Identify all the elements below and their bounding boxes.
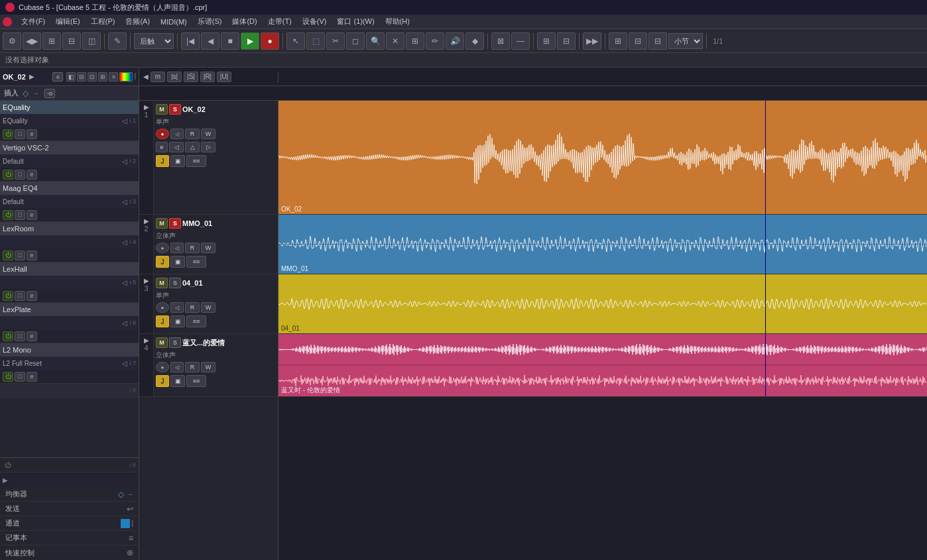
insert-slot-1-name-row[interactable]: EQuality [0,101,139,114]
track-2-rec-btn[interactable]: ● [156,243,169,253]
toolbar-snap[interactable]: ⊠ [491,32,510,50]
track-1-eq-up[interactable]: △ [185,142,200,152]
track-1-lanes-btn[interactable]: ≡≡ [186,155,206,167]
h-icon-2[interactable]: ⊟ [77,72,86,82]
ins5-e[interactable]: e [27,291,37,301]
ins4-e[interactable]: e [27,251,37,260]
track-4-m-btn[interactable]: M [156,337,168,348]
toolbar-timecode-btn[interactable]: ◫ [82,32,101,50]
toolbar-fast-fwd[interactable]: ▶▶ [583,32,601,50]
track-4-arrow[interactable]: ▶ [144,337,149,344]
menu-score[interactable]: 乐谱(S) [192,15,227,28]
ins1-power[interactable]: ⏻ [3,129,13,139]
ins3-arrow[interactable]: ◁ [122,198,127,205]
track-2-lanes-btn[interactable]: ≡≡ [186,256,206,268]
ins5-box[interactable]: □ [15,291,25,301]
track-2-mon-btn[interactable]: ◁ [170,243,184,253]
bottom-row-quick[interactable]: 快速控制 ⊕ [0,545,139,560]
track-1-arrow[interactable]: ▶ [144,103,149,111]
track-2-arrow[interactable]: ▶ [144,217,149,225]
toolbar-volume[interactable]: 🔊 [446,32,464,50]
track-2-content[interactable]: MMO_01 [278,215,927,274]
track-3-content[interactable]: 04_01 [278,274,927,333]
toolbar-range[interactable]: ⬚ [306,32,325,50]
track-3-mon-btn[interactable]: ◁ [170,302,184,313]
track-2-folder-btn[interactable]: ▣ [170,256,185,268]
ins5-arrow[interactable]: ◁ [122,279,127,286]
tlh-btn-3[interactable]: |S| [184,72,198,82]
toolbar-rewind-btn[interactable]: ◀▶ [23,32,41,50]
track-4-w-btn[interactable]: W [201,362,216,372]
insert-arrow-icon[interactable]: → [32,89,39,97]
track-4-folder-btn[interactable]: ▣ [170,375,185,387]
track-1-m-btn[interactable]: M [156,104,168,115]
ins7-box[interactable]: □ [15,372,25,382]
track-3-r-btn[interactable]: R [185,302,200,313]
ins4-box[interactable]: □ [15,251,25,260]
menu-project[interactable]: 工程(P) [86,15,121,28]
menu-file[interactable]: 文件(F) [16,15,50,28]
expander-row[interactable]: ▶ [0,473,139,487]
track-1-w-btn[interactable]: W [201,129,216,139]
insert-slot-6-name-row[interactable]: LexPlate [0,303,139,316]
ins7-e[interactable]: e [27,372,37,382]
ins2-power[interactable]: ⏻ [3,170,13,180]
toolbar-group2[interactable]: ⊞ [537,32,556,50]
insert-slot-8-name-row[interactable]: i 8 [0,384,139,397]
h-color-box[interactable] [119,72,133,82]
track-4-rec-btn[interactable]: ● [156,362,169,372]
track-3-j-btn[interactable]: J [156,315,169,327]
toolbar-erase[interactable]: ◻ [346,32,365,50]
toolbar-play[interactable]: ▶ [241,32,259,50]
track-1-s-btn[interactable]: S [169,104,181,115]
toolbar-glue[interactable]: ◆ [465,32,484,50]
ins1-arrow[interactable]: ◁ [122,117,127,125]
toolbar-select[interactable]: ↖ [286,32,305,50]
track-1-j-btn[interactable]: J [156,155,169,167]
toolbar-mute[interactable]: ✕ [386,32,404,50]
toolbar-draw[interactable]: ✏ [426,32,444,50]
menu-help[interactable]: 帮助(H) [380,15,415,28]
track-4-r-btn[interactable]: R [185,362,200,372]
track-1-r-btn[interactable]: R [185,129,200,139]
track-1-rec-btn[interactable]: ● [156,129,169,139]
tlh-btn-2[interactable]: |s| [167,72,182,82]
bottom-row-send[interactable]: 发送 ↩ [0,502,139,516]
h-icon-4[interactable]: ⊞ [98,72,107,82]
toolbar-split[interactable]: ✂ [326,32,345,50]
toolbar-prev[interactable]: ◀ [201,32,219,50]
ins6-box[interactable]: □ [15,331,25,341]
track-1-mon-btn[interactable]: ◁ [170,129,184,139]
ins6-arrow[interactable]: ◁ [122,319,127,327]
toolbar-stop[interactable]: ■ [221,32,239,50]
track-3-s-btn[interactable]: S [169,278,181,288]
track-1-eq-left[interactable]: ◁ [169,142,184,152]
track-3-arrow[interactable]: ▶ [144,277,149,284]
toolbar-link[interactable]: ⊟ [557,32,576,50]
tlh-btn-5[interactable]: |U| [217,72,231,82]
ins4-power[interactable]: ⏻ [3,251,13,260]
insert-slot-7-name-row[interactable]: L2 Mono [0,343,139,357]
h-icon-5[interactable]: ≡ [109,72,118,82]
track-4-j-btn[interactable]: J [156,375,169,387]
h-icon-1[interactable]: ◧ [66,72,76,82]
menu-audio[interactable]: 音频(A) [120,15,155,28]
toolbar-setup-btn[interactable]: ⚙ [3,32,21,50]
track-1-e-btn[interactable]: e [156,142,168,152]
insert-minus-btn[interactable]: -o [44,89,55,98]
ins1-e[interactable]: e [27,129,37,139]
menu-devices[interactable]: 设备(V) [297,15,332,28]
ins6-e[interactable]: e [27,331,37,341]
track-2-r-btn[interactable]: R [185,243,200,253]
track-2-m-btn[interactable]: M [156,218,168,229]
track-1-folder-btn[interactable]: ▣ [170,155,185,167]
ins2-box[interactable]: □ [15,170,25,180]
track-e-btn[interactable]: e [52,72,63,82]
ins7-arrow[interactable]: ◁ [122,360,127,367]
toolbar-grid[interactable]: ⊞ [609,32,627,50]
track-4-s-btn[interactable]: S [169,337,181,348]
track-3-rec-btn[interactable]: ● [156,302,169,313]
track-1-content[interactable]: OK_02 [278,101,927,214]
track-2-j-btn[interactable]: J [156,256,169,268]
ins1-box[interactable]: □ [15,129,25,139]
